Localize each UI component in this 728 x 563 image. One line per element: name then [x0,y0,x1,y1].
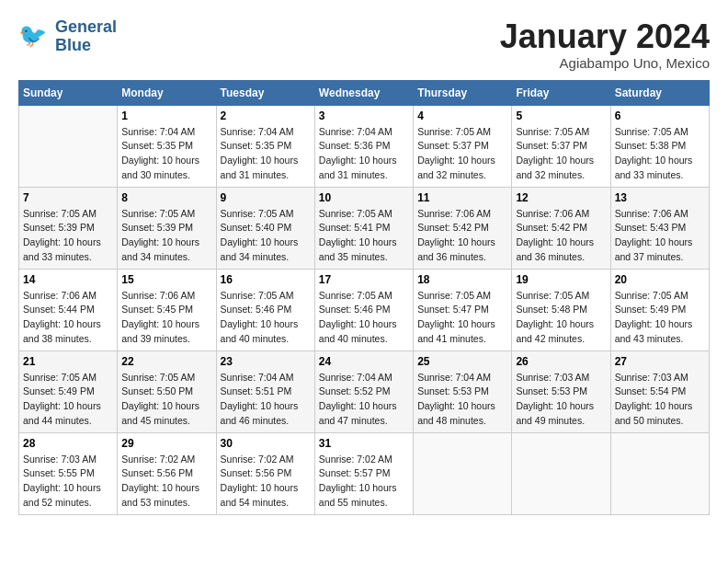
sunrise-text: Sunrise: 7:05 AM [121,208,195,219]
day-number: 17 [319,273,409,286]
sunset-text: Sunset: 5:56 PM [221,467,292,478]
daylight-text: Daylight: 10 hours [615,236,693,247]
daylight-text: Daylight: 10 hours [319,400,397,411]
day-info: Sunrise: 7:04 AMSunset: 5:53 PMDaylight:… [417,371,507,429]
logo-line1: General [55,18,117,37]
calendar-cell: 6Sunrise: 7:05 AMSunset: 5:38 PMDaylight… [610,105,709,187]
sunset-text: Sunset: 5:53 PM [417,385,489,396]
day-info: Sunrise: 7:04 AMSunset: 5:35 PMDaylight:… [221,125,311,183]
day-number: 26 [516,355,606,368]
sunset-text: Sunset: 5:57 PM [319,467,391,478]
daylight-text-cont: and 35 minutes. [319,251,388,262]
sunset-text: Sunset: 5:55 PM [23,467,95,478]
calendar-cell [610,432,709,514]
day-number: 29 [121,437,211,450]
sunrise-text: Sunrise: 7:05 AM [319,208,392,219]
daylight-text-cont: and 33 minutes. [23,251,92,262]
calendar-cell: 22Sunrise: 7:05 AMSunset: 5:50 PMDayligh… [118,350,216,432]
calendar-cell: 27Sunrise: 7:03 AMSunset: 5:54 PMDayligh… [610,350,709,432]
calendar-cell: 7Sunrise: 7:05 AMSunset: 5:39 PMDaylight… [19,187,118,269]
day-number: 28 [23,437,113,450]
day-info: Sunrise: 7:02 AMSunset: 5:56 PMDaylight:… [121,453,211,511]
daylight-text: Daylight: 10 hours [121,236,199,247]
daylight-text-cont: and 40 minutes. [221,333,290,344]
daylight-text: Daylight: 10 hours [221,400,299,411]
day-number: 10 [319,191,409,204]
sunset-text: Sunset: 5:37 PM [516,140,587,151]
daylight-text: Daylight: 10 hours [121,400,199,411]
calendar-cell: 23Sunrise: 7:04 AMSunset: 5:51 PMDayligh… [216,350,314,432]
daylight-text: Daylight: 10 hours [23,400,101,411]
sunset-text: Sunset: 5:42 PM [516,222,587,233]
daylight-text: Daylight: 10 hours [23,236,101,247]
daylight-text: Daylight: 10 hours [417,318,495,329]
day-number: 31 [319,437,409,450]
sunrise-text: Sunrise: 7:06 AM [615,208,688,219]
day-number: 13 [615,191,705,204]
daylight-text-cont: and 36 minutes. [516,251,585,262]
day-number: 30 [221,437,311,450]
sunset-text: Sunset: 5:49 PM [23,385,95,396]
sunrise-text: Sunrise: 7:06 AM [121,290,195,301]
calendar-cell: 21Sunrise: 7:05 AMSunset: 5:49 PMDayligh… [19,350,118,432]
logo-icon: 🐦 [18,20,51,53]
week-row: 14Sunrise: 7:06 AMSunset: 5:44 PMDayligh… [19,269,710,350]
sunrise-text: Sunrise: 7:05 AM [221,208,294,219]
daylight-text: Daylight: 10 hours [121,318,199,329]
daylight-text-cont: and 34 minutes. [121,251,190,262]
sunrise-text: Sunrise: 7:06 AM [516,208,589,219]
calendar-cell: 4Sunrise: 7:05 AMSunset: 5:37 PMDaylight… [414,105,512,187]
sunrise-text: Sunrise: 7:04 AM [221,372,294,383]
sunset-text: Sunset: 5:48 PM [516,304,587,315]
day-info: Sunrise: 7:05 AMSunset: 5:40 PMDaylight:… [221,207,311,265]
sunrise-text: Sunrise: 7:05 AM [23,208,97,219]
daylight-text-cont: and 54 minutes. [221,497,290,508]
daylight-text: Daylight: 10 hours [615,155,693,166]
daylight-text: Daylight: 10 hours [221,236,299,247]
day-info: Sunrise: 7:06 AMSunset: 5:42 PMDaylight:… [417,207,507,265]
sunset-text: Sunset: 5:43 PM [615,222,687,233]
daylight-text-cont: and 50 minutes. [615,415,684,426]
title-block: January 2024 Agiabampo Uno, Mexico [500,18,710,71]
daylight-text: Daylight: 10 hours [121,482,199,493]
daylight-text: Daylight: 10 hours [319,236,397,247]
calendar-cell: 16Sunrise: 7:05 AMSunset: 5:46 PMDayligh… [216,269,314,350]
day-info: Sunrise: 7:04 AMSunset: 5:51 PMDaylight:… [221,371,311,429]
day-number: 11 [417,191,507,204]
day-info: Sunrise: 7:05 AMSunset: 5:39 PMDaylight:… [23,207,113,265]
day-number: 25 [417,355,507,368]
weekday-header-cell: Monday [118,80,216,105]
calendar-cell: 19Sunrise: 7:05 AMSunset: 5:48 PMDayligh… [512,269,610,350]
sunrise-text: Sunrise: 7:03 AM [23,454,97,465]
sunrise-text: Sunrise: 7:04 AM [121,126,195,137]
daylight-text-cont: and 52 minutes. [23,497,92,508]
daylight-text: Daylight: 10 hours [417,400,495,411]
sunrise-text: Sunrise: 7:05 AM [417,126,491,137]
week-row: 28Sunrise: 7:03 AMSunset: 5:55 PMDayligh… [19,432,710,514]
sunset-text: Sunset: 5:39 PM [23,222,95,233]
calendar-cell: 11Sunrise: 7:06 AMSunset: 5:42 PMDayligh… [414,187,512,269]
location: Agiabampo Uno, Mexico [500,55,710,71]
day-number: 3 [319,109,409,122]
daylight-text-cont: and 55 minutes. [319,497,388,508]
daylight-text-cont: and 39 minutes. [121,333,190,344]
calendar-cell: 2Sunrise: 7:04 AMSunset: 5:35 PMDaylight… [216,105,314,187]
sunset-text: Sunset: 5:53 PM [516,385,587,396]
daylight-text: Daylight: 10 hours [516,155,594,166]
calendar-cell: 18Sunrise: 7:05 AMSunset: 5:47 PMDayligh… [414,269,512,350]
day-info: Sunrise: 7:06 AMSunset: 5:43 PMDaylight:… [615,207,705,265]
calendar-table: SundayMondayTuesdayWednesdayThursdayFrid… [18,80,710,515]
day-info: Sunrise: 7:03 AMSunset: 5:53 PMDaylight:… [516,371,606,429]
calendar-cell: 13Sunrise: 7:06 AMSunset: 5:43 PMDayligh… [610,187,709,269]
sunset-text: Sunset: 5:39 PM [121,222,193,233]
day-info: Sunrise: 7:05 AMSunset: 5:37 PMDaylight:… [516,125,606,183]
logo-text: General Blue [55,18,117,55]
day-info: Sunrise: 7:03 AMSunset: 5:54 PMDaylight:… [615,371,705,429]
daylight-text: Daylight: 10 hours [221,155,299,166]
weekday-header-cell: Thursday [414,80,512,105]
calendar-cell: 26Sunrise: 7:03 AMSunset: 5:53 PMDayligh… [512,350,610,432]
day-info: Sunrise: 7:02 AMSunset: 5:56 PMDaylight:… [221,453,311,511]
calendar-cell: 12Sunrise: 7:06 AMSunset: 5:42 PMDayligh… [512,187,610,269]
day-info: Sunrise: 7:05 AMSunset: 5:41 PMDaylight:… [319,207,409,265]
calendar-cell: 24Sunrise: 7:04 AMSunset: 5:52 PMDayligh… [314,350,413,432]
